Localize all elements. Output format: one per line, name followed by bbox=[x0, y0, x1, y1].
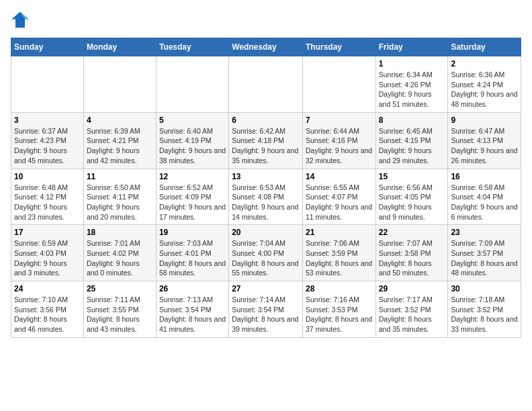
calendar-cell: 28Sunrise: 7:16 AM Sunset: 3:53 PM Dayli… bbox=[302, 281, 375, 338]
day-number: 10 bbox=[14, 172, 81, 181]
logo bbox=[11, 11, 32, 30]
day-number: 1 bbox=[379, 59, 445, 68]
calendar-cell bbox=[83, 56, 156, 113]
day-number: 24 bbox=[14, 284, 81, 293]
day-number: 15 bbox=[379, 172, 445, 181]
calendar-cell: 7Sunrise: 6:44 AM Sunset: 4:16 PM Daylig… bbox=[302, 112, 375, 169]
day-number: 28 bbox=[306, 284, 373, 293]
weekday-header: Wednesday bbox=[229, 38, 303, 56]
day-number: 13 bbox=[232, 172, 300, 181]
day-info: Sunrise: 6:39 AM Sunset: 4:21 PM Dayligh… bbox=[87, 126, 153, 166]
weekday-header: Tuesday bbox=[156, 38, 228, 56]
calendar-cell: 6Sunrise: 6:42 AM Sunset: 4:18 PM Daylig… bbox=[229, 112, 303, 169]
header-row: SundayMondayTuesdayWednesdayThursdayFrid… bbox=[11, 38, 521, 56]
day-number: 23 bbox=[451, 228, 518, 237]
logo-icon bbox=[11, 11, 30, 30]
calendar-cell: 24Sunrise: 7:10 AM Sunset: 3:56 PM Dayli… bbox=[11, 281, 84, 338]
day-info: Sunrise: 7:18 AM Sunset: 3:52 PM Dayligh… bbox=[451, 295, 518, 334]
day-info: Sunrise: 7:10 AM Sunset: 3:56 PM Dayligh… bbox=[14, 295, 81, 334]
day-number: 29 bbox=[379, 284, 445, 293]
day-info: Sunrise: 6:50 AM Sunset: 4:11 PM Dayligh… bbox=[87, 183, 153, 222]
day-info: Sunrise: 6:37 AM Sunset: 4:23 PM Dayligh… bbox=[14, 126, 81, 166]
day-number: 25 bbox=[87, 284, 153, 293]
weekday-header: Friday bbox=[375, 38, 448, 56]
calendar-cell bbox=[11, 56, 84, 113]
calendar-week-row: 3Sunrise: 6:37 AM Sunset: 4:23 PM Daylig… bbox=[11, 112, 521, 169]
day-info: Sunrise: 6:36 AM Sunset: 4:24 PM Dayligh… bbox=[451, 70, 518, 109]
day-info: Sunrise: 7:01 AM Sunset: 4:02 PM Dayligh… bbox=[87, 238, 153, 278]
calendar-week-row: 17Sunrise: 6:59 AM Sunset: 4:03 PM Dayli… bbox=[11, 225, 521, 281]
day-info: Sunrise: 7:04 AM Sunset: 4:00 PM Dayligh… bbox=[232, 238, 300, 278]
calendar-cell bbox=[229, 56, 303, 113]
calendar-header: SundayMondayTuesdayWednesdayThursdayFrid… bbox=[11, 38, 521, 56]
calendar-cell: 9Sunrise: 6:47 AM Sunset: 4:13 PM Daylig… bbox=[448, 112, 521, 169]
calendar-cell: 23Sunrise: 7:09 AM Sunset: 3:57 PM Dayli… bbox=[448, 225, 521, 281]
day-number: 17 bbox=[14, 228, 81, 237]
calendar-cell: 2Sunrise: 6:36 AM Sunset: 4:24 PM Daylig… bbox=[448, 56, 521, 113]
header bbox=[11, 11, 521, 30]
day-number: 21 bbox=[306, 228, 373, 237]
day-number: 14 bbox=[306, 172, 373, 181]
calendar-cell: 27Sunrise: 7:14 AM Sunset: 3:54 PM Dayli… bbox=[229, 281, 303, 338]
day-number: 3 bbox=[14, 116, 81, 125]
calendar-cell: 15Sunrise: 6:56 AM Sunset: 4:05 PM Dayli… bbox=[375, 169, 448, 225]
day-info: Sunrise: 7:14 AM Sunset: 3:54 PM Dayligh… bbox=[232, 295, 300, 334]
day-number: 11 bbox=[87, 172, 153, 181]
day-info: Sunrise: 7:06 AM Sunset: 3:59 PM Dayligh… bbox=[306, 238, 373, 278]
calendar-cell bbox=[302, 56, 375, 113]
day-info: Sunrise: 7:13 AM Sunset: 3:54 PM Dayligh… bbox=[159, 295, 226, 334]
calendar-cell: 16Sunrise: 6:58 AM Sunset: 4:04 PM Dayli… bbox=[448, 169, 521, 225]
day-info: Sunrise: 6:48 AM Sunset: 4:12 PM Dayligh… bbox=[14, 183, 81, 222]
calendar-week-row: 10Sunrise: 6:48 AM Sunset: 4:12 PM Dayli… bbox=[11, 169, 521, 225]
day-info: Sunrise: 6:44 AM Sunset: 4:16 PM Dayligh… bbox=[306, 126, 373, 166]
calendar-cell: 30Sunrise: 7:18 AM Sunset: 3:52 PM Dayli… bbox=[448, 281, 521, 338]
day-info: Sunrise: 6:59 AM Sunset: 4:03 PM Dayligh… bbox=[14, 238, 81, 278]
day-number: 5 bbox=[159, 116, 226, 125]
calendar-cell: 19Sunrise: 7:03 AM Sunset: 4:01 PM Dayli… bbox=[156, 225, 228, 281]
day-number: 7 bbox=[306, 116, 373, 125]
weekday-header: Saturday bbox=[448, 38, 521, 56]
day-info: Sunrise: 6:40 AM Sunset: 4:19 PM Dayligh… bbox=[159, 126, 226, 166]
calendar-cell: 17Sunrise: 6:59 AM Sunset: 4:03 PM Dayli… bbox=[11, 225, 84, 281]
calendar-cell bbox=[156, 56, 228, 113]
day-info: Sunrise: 6:58 AM Sunset: 4:04 PM Dayligh… bbox=[451, 183, 518, 222]
day-info: Sunrise: 7:07 AM Sunset: 3:58 PM Dayligh… bbox=[379, 238, 445, 278]
day-number: 12 bbox=[159, 172, 226, 181]
calendar-week-row: 1Sunrise: 6:34 AM Sunset: 4:26 PM Daylig… bbox=[11, 56, 521, 113]
calendar-cell: 26Sunrise: 7:13 AM Sunset: 3:54 PM Dayli… bbox=[156, 281, 228, 338]
calendar-body: 1Sunrise: 6:34 AM Sunset: 4:26 PM Daylig… bbox=[11, 56, 521, 338]
day-info: Sunrise: 7:16 AM Sunset: 3:53 PM Dayligh… bbox=[306, 295, 373, 334]
day-number: 30 bbox=[451, 284, 518, 293]
day-info: Sunrise: 6:47 AM Sunset: 4:13 PM Dayligh… bbox=[451, 126, 518, 166]
day-number: 19 bbox=[159, 228, 226, 237]
day-number: 4 bbox=[87, 116, 153, 125]
calendar-week-row: 24Sunrise: 7:10 AM Sunset: 3:56 PM Dayli… bbox=[11, 281, 521, 338]
calendar-table: SundayMondayTuesdayWednesdayThursdayFrid… bbox=[11, 38, 521, 338]
day-info: Sunrise: 7:17 AM Sunset: 3:52 PM Dayligh… bbox=[379, 295, 445, 334]
calendar-cell: 3Sunrise: 6:37 AM Sunset: 4:23 PM Daylig… bbox=[11, 112, 84, 169]
day-info: Sunrise: 6:52 AM Sunset: 4:09 PM Dayligh… bbox=[159, 183, 226, 222]
calendar-cell: 14Sunrise: 6:55 AM Sunset: 4:07 PM Dayli… bbox=[302, 169, 375, 225]
calendar-cell: 20Sunrise: 7:04 AM Sunset: 4:00 PM Dayli… bbox=[229, 225, 303, 281]
day-info: Sunrise: 6:45 AM Sunset: 4:15 PM Dayligh… bbox=[379, 126, 445, 166]
day-number: 26 bbox=[159, 284, 226, 293]
calendar-cell: 21Sunrise: 7:06 AM Sunset: 3:59 PM Dayli… bbox=[302, 225, 375, 281]
day-info: Sunrise: 6:42 AM Sunset: 4:18 PM Dayligh… bbox=[232, 126, 300, 166]
calendar-cell: 5Sunrise: 6:40 AM Sunset: 4:19 PM Daylig… bbox=[156, 112, 228, 169]
day-info: Sunrise: 7:09 AM Sunset: 3:57 PM Dayligh… bbox=[451, 238, 518, 278]
calendar-cell: 10Sunrise: 6:48 AM Sunset: 4:12 PM Dayli… bbox=[11, 169, 84, 225]
day-number: 6 bbox=[232, 116, 300, 125]
weekday-header: Monday bbox=[83, 38, 156, 56]
day-info: Sunrise: 6:53 AM Sunset: 4:08 PM Dayligh… bbox=[232, 183, 300, 222]
calendar-cell: 12Sunrise: 6:52 AM Sunset: 4:09 PM Dayli… bbox=[156, 169, 228, 225]
calendar-cell: 1Sunrise: 6:34 AM Sunset: 4:26 PM Daylig… bbox=[375, 56, 448, 113]
day-number: 16 bbox=[451, 172, 518, 181]
calendar-cell: 22Sunrise: 7:07 AM Sunset: 3:58 PM Dayli… bbox=[375, 225, 448, 281]
day-info: Sunrise: 6:56 AM Sunset: 4:05 PM Dayligh… bbox=[379, 183, 445, 222]
day-info: Sunrise: 6:55 AM Sunset: 4:07 PM Dayligh… bbox=[306, 183, 373, 222]
calendar-cell: 11Sunrise: 6:50 AM Sunset: 4:11 PM Dayli… bbox=[83, 169, 156, 225]
weekday-header: Thursday bbox=[302, 38, 375, 56]
calendar-cell: 13Sunrise: 6:53 AM Sunset: 4:08 PM Dayli… bbox=[229, 169, 303, 225]
day-number: 9 bbox=[451, 116, 518, 125]
day-number: 27 bbox=[232, 284, 300, 293]
